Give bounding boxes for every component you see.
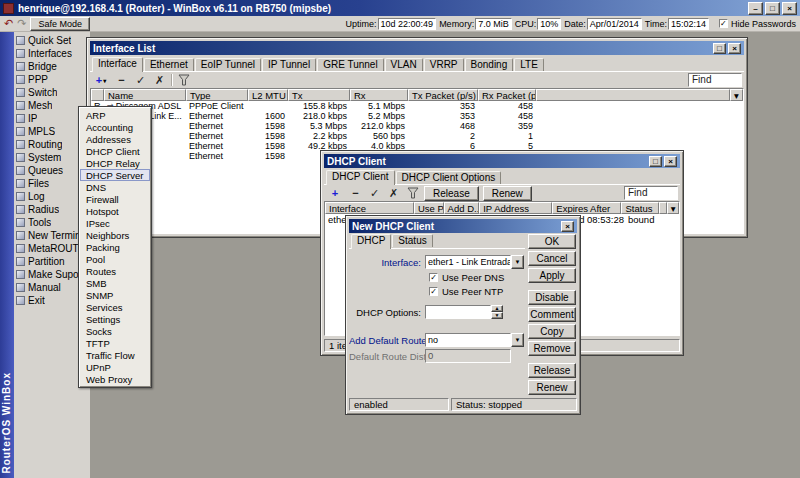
hide-passwords-toggle[interactable]: ✓ Hide Passwords	[719, 19, 796, 29]
table-row[interactable]: Ethernet 1598 2.2 kbps 560 bps 2 1	[91, 131, 743, 141]
ip-submenu-item[interactable]: DHCP Relay	[80, 157, 150, 169]
ip-submenu-item[interactable]: Neighbors	[80, 229, 150, 241]
dialog-button[interactable]: Cancel	[528, 251, 576, 266]
minimize-button[interactable]: –	[748, 2, 763, 15]
column-chooser-icon[interactable]: ▾	[730, 89, 743, 101]
dialog-tab[interactable]: Status	[392, 234, 432, 247]
new-dhcp-titlebar[interactable]: New DHCP Client ×	[349, 219, 577, 233]
release-button[interactable]: Release	[424, 186, 479, 201]
renew-button[interactable]: Renew	[483, 186, 532, 201]
ip-submenu-item[interactable]: Pool	[80, 253, 150, 265]
ip-submenu-item[interactable]: Routes	[80, 265, 150, 277]
find-box[interactable]: Find	[624, 186, 678, 200]
dhcp-client-titlebar[interactable]: DHCP Client □ ×	[324, 154, 680, 168]
dialog-button[interactable]: Copy	[528, 324, 576, 339]
sidebar-item[interactable]: Switch	[14, 86, 90, 99]
ip-submenu-item[interactable]: DHCP Server	[80, 169, 150, 181]
ip-submenu-item[interactable]: UPnP	[80, 361, 150, 373]
dialog-button[interactable]: Remove	[528, 341, 576, 356]
column-ip-address[interactable]: IP Address	[479, 202, 552, 214]
sidebar-item[interactable]: PPP	[14, 73, 90, 86]
add-button[interactable]: +▾	[92, 73, 110, 87]
table-row[interactable]: Ethernet 1598 5.3 Mbps 212.0 kbps 468 35…	[91, 121, 743, 131]
ip-submenu-item[interactable]: Packing	[80, 241, 150, 253]
column-expires-after[interactable]: Expires After	[552, 202, 621, 214]
sidebar-item[interactable]: Interfaces	[14, 47, 90, 60]
disable-button[interactable]: ✗	[152, 73, 167, 87]
ip-submenu-item[interactable]: Socks	[80, 325, 150, 337]
filter-icon[interactable]	[405, 186, 420, 200]
redo-icon[interactable]: ↷	[17, 18, 26, 29]
maximize-button[interactable]: □	[713, 43, 726, 54]
enable-button[interactable]: ✓	[367, 186, 382, 200]
sidebar-item[interactable]: Quick Set	[14, 34, 90, 47]
column-rx[interactable]: Rx	[350, 89, 408, 101]
safe-mode-button[interactable]: Safe Mode	[30, 17, 90, 31]
column-name[interactable]: Name	[104, 89, 186, 101]
combo-arrow-icon[interactable]: ▼	[511, 333, 524, 347]
filter-icon[interactable]	[176, 73, 191, 87]
column-l2mtu[interactable]: L2 MTU	[248, 89, 288, 101]
ip-submenu-item[interactable]: DHCP Client	[80, 145, 150, 157]
column-chooser-icon[interactable]: ▾	[667, 202, 679, 214]
ip-submenu-item[interactable]: Hotspot	[80, 205, 150, 217]
hide-passwords-checkbox[interactable]: ✓	[719, 19, 728, 28]
column-status[interactable]: Status	[621, 202, 659, 214]
dhcp-tab[interactable]: DHCP Client	[326, 170, 395, 185]
find-box[interactable]: Find	[688, 73, 742, 87]
dialog-button[interactable]: Release	[528, 363, 576, 378]
dialog-button[interactable]: Apply	[528, 268, 576, 283]
interface-tab[interactable]: VLAN	[385, 58, 423, 71]
interface-tab[interactable]: LTE	[514, 58, 544, 71]
interface-tab[interactable]: Interface	[92, 57, 143, 72]
column-tx-packet[interactable]: Tx Packet (p/s)	[408, 89, 478, 101]
ip-submenu-item[interactable]: DNS	[80, 181, 150, 193]
dialog-tab[interactable]: DHCP	[351, 234, 391, 249]
column-flag[interactable]	[91, 89, 104, 101]
close-button[interactable]: ×	[664, 156, 677, 167]
close-button[interactable]: ×	[728, 43, 741, 54]
ip-submenu-item[interactable]: IPsec	[80, 217, 150, 229]
add-button[interactable]: +	[326, 186, 344, 200]
ip-submenu-item[interactable]: ARP	[80, 109, 150, 121]
ip-submenu-item[interactable]: Settings	[80, 313, 150, 325]
dialog-button[interactable]: Comment	[528, 307, 576, 322]
dialog-button[interactable]: OK	[528, 234, 576, 249]
interface-tab[interactable]: IP Tunnel	[262, 58, 316, 71]
table-row[interactable]: R ⇄Discagem ADSL PPPoE Client 155.8 kbps…	[91, 101, 743, 111]
interface-tab[interactable]: Ethernet	[144, 58, 194, 71]
sidebar-item[interactable]: Bridge	[14, 60, 90, 73]
dhcp-tab[interactable]: DHCP Client Options	[396, 171, 502, 184]
remove-button[interactable]: −	[114, 73, 129, 87]
column-type[interactable]: Type	[186, 89, 248, 101]
column-use-peer[interactable]: Use P...	[414, 202, 444, 214]
close-button[interactable]: ×	[561, 221, 574, 232]
column-add-default[interactable]: Add D...	[444, 202, 480, 214]
ip-submenu-item[interactable]: Accounting	[80, 121, 150, 133]
disable-button[interactable]: ✗	[386, 186, 401, 200]
enable-button[interactable]: ✓	[133, 73, 148, 87]
spin-down-icon[interactable]: ▼	[491, 312, 503, 319]
ip-submenu-item[interactable]: Web Proxy	[80, 373, 150, 385]
dialog-button[interactable]: Disable	[528, 290, 576, 305]
remove-button[interactable]: −	[348, 186, 363, 200]
maximize-button[interactable]: □	[765, 2, 780, 15]
interface-tab[interactable]: EoIP Tunnel	[195, 58, 261, 71]
interface-select[interactable]: ether1 - Link Entrada ▼	[425, 255, 524, 269]
use-peer-ntp-checkbox[interactable]: ✓	[429, 287, 438, 296]
combo-arrow-icon[interactable]: ▼	[511, 255, 524, 269]
column-interface[interactable]: Interface	[325, 202, 414, 214]
ip-submenu-item[interactable]: SMB	[80, 277, 150, 289]
interface-tab[interactable]: VRRP	[424, 58, 464, 71]
ip-submenu-item[interactable]: TFTP	[80, 337, 150, 349]
ip-submenu-item[interactable]: SNMP	[80, 289, 150, 301]
dhcp-options-input[interactable]	[425, 305, 491, 319]
add-default-route-select[interactable]: no ▼	[425, 333, 524, 347]
spin-up-icon[interactable]: ▲	[491, 305, 503, 312]
undo-icon[interactable]: ↶	[4, 18, 13, 29]
dialog-button[interactable]: Renew	[528, 380, 576, 395]
close-button[interactable]: ×	[782, 2, 797, 15]
ip-submenu-item[interactable]: Traffic Flow	[80, 349, 150, 361]
ip-submenu-item[interactable]: Firewall	[80, 193, 150, 205]
interface-tab[interactable]: GRE Tunnel	[317, 58, 383, 71]
